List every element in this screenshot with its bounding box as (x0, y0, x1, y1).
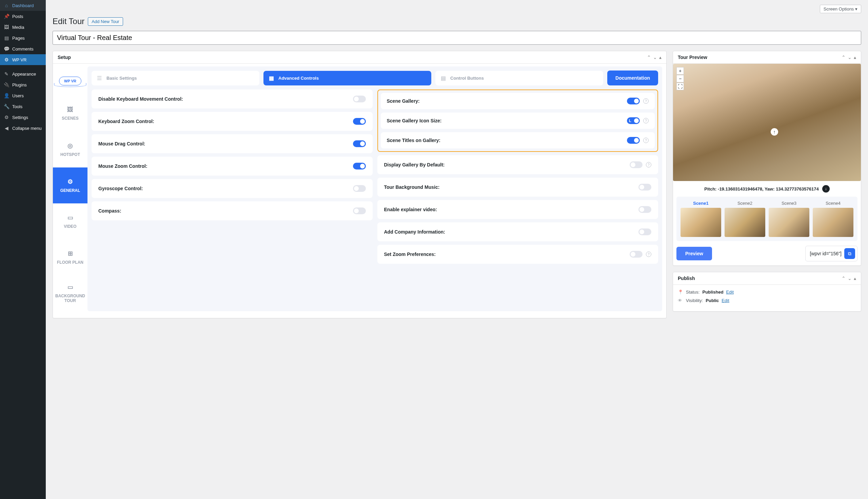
control-scene-titles-on-gallery: Scene Titles on Gallery:? (381, 132, 655, 148)
scene-thumb-3[interactable]: Scene3 (769, 201, 809, 237)
admin-menu-comments[interactable]: 💬Comments (0, 44, 46, 54)
move-down-icon[interactable]: ⌄ (848, 276, 852, 281)
control-mouse-zoom-control: Mouse Zoom Control: (91, 157, 372, 175)
toggle-switch[interactable] (627, 98, 640, 105)
menu-icon: 💬 (3, 46, 10, 51)
menu-icon: ✎ (3, 71, 10, 77)
info-icon[interactable]: ? (643, 118, 649, 123)
visibility-value: Public (706, 298, 719, 303)
highlighted-controls-group: Scene Gallery:?Scene Gallery Icon Size:L… (377, 89, 659, 152)
admin-menu-appearance[interactable]: ✎Appearance (0, 69, 46, 79)
zoom-in-button[interactable]: + (676, 67, 684, 75)
scene-thumb-2[interactable]: Scene2 (724, 201, 765, 237)
toggle-switch[interactable] (353, 163, 366, 170)
admin-menu-collapse-menu[interactable]: ◀Collapse menu (0, 123, 46, 134)
setup-tab-scenes[interactable]: 🖼SCENES (53, 96, 87, 132)
toggle-switch[interactable] (627, 137, 640, 144)
toggle-switch[interactable] (629, 161, 643, 168)
move-up-icon[interactable]: ⌃ (842, 276, 846, 281)
collapse-icon[interactable]: ▴ (659, 54, 661, 60)
control-gyroscope-control: Gyroscope Control: (91, 179, 372, 198)
shortcode-text: [wpvr id="156"] (810, 251, 842, 256)
info-icon[interactable]: ? (646, 162, 651, 168)
tab-basic-settings[interactable]: ☰ Basic Settings (91, 71, 259, 85)
edit-visibility-link[interactable]: Edit (722, 298, 729, 303)
tour-preview-heading: Tour Preview (678, 54, 707, 60)
tab-icon: 🖼 (67, 106, 73, 113)
preview-button[interactable]: Preview (676, 247, 712, 260)
status-value: Published (702, 290, 723, 295)
control-scene-gallery-icon-size: Scene Gallery Icon Size:L? (381, 112, 655, 129)
menu-icon: 📌 (3, 14, 10, 19)
toggle-switch[interactable]: L (627, 117, 640, 124)
admin-menu-pages[interactable]: ▤Pages (0, 33, 46, 44)
setup-tab-hotspot[interactable]: ◎HOTSPOT (53, 132, 87, 168)
scene-image (769, 208, 809, 237)
menu-icon: ▤ (3, 35, 10, 41)
screen-options-button[interactable]: Screen Options ▾ (820, 5, 861, 13)
move-down-icon[interactable]: ⌄ (848, 54, 852, 60)
setup-tab-floor-plan[interactable]: ⊞FLOOR PLAN (53, 239, 87, 275)
edit-status-link[interactable]: Edit (726, 290, 734, 295)
control-display-gallery-by-default: Display Gallery By Default:? (377, 155, 659, 174)
control-disable-keyboard-movement-control: Disable Keyboard Movement Control: (91, 89, 372, 109)
admin-menu-dashboard[interactable]: ⌂Dashboard (0, 0, 46, 11)
toggle-switch[interactable] (629, 251, 643, 258)
admin-menu-wp-vr[interactable]: ⚙WP VR (0, 54, 46, 65)
add-new-tour-button[interactable]: Add New Tour (88, 17, 123, 26)
panorama-preview[interactable]: + − ⛶ ↑ (673, 64, 861, 181)
admin-menu-users[interactable]: 👤Users (0, 90, 46, 101)
menu-icon: 🖼 (3, 24, 10, 30)
admin-menu-plugins[interactable]: 🔌Plugins (0, 79, 46, 90)
admin-menu-settings[interactable]: ⚙Settings (0, 112, 46, 123)
move-down-icon[interactable]: ⌄ (653, 54, 657, 60)
info-icon[interactable]: ? (643, 98, 649, 104)
scene-thumb-4[interactable]: Scene4 (813, 201, 853, 237)
toggle-switch[interactable] (638, 206, 651, 213)
tab-icon: ▭ (68, 214, 73, 221)
basic-icon: ☰ (97, 75, 103, 81)
download-icon[interactable]: ↓ (822, 185, 830, 193)
tab-control-buttons[interactable]: ▤ Control Buttons (435, 71, 603, 85)
collapse-icon[interactable]: ▴ (854, 276, 856, 281)
tab-advanced-controls[interactable]: ▦ Advanced Controls (264, 71, 431, 85)
toggle-switch[interactable] (353, 207, 366, 214)
tour-title-input[interactable] (52, 31, 861, 45)
move-up-icon[interactable]: ⌃ (842, 54, 846, 60)
menu-icon: 👤 (3, 93, 10, 98)
toggle-switch[interactable] (353, 118, 366, 125)
scene-thumb-1[interactable]: Scene1 (681, 201, 721, 237)
wpvr-logo: WP VR (59, 77, 81, 85)
toggle-switch[interactable] (638, 229, 651, 235)
advanced-icon: ▦ (269, 75, 275, 81)
toggle-switch[interactable] (353, 141, 366, 147)
setup-tab-general[interactable]: ⚙GENERAL (53, 168, 87, 203)
documentation-button[interactable]: Documentation (607, 71, 658, 85)
menu-icon: 🔌 (3, 82, 10, 87)
admin-menu-posts[interactable]: 📌Posts (0, 11, 46, 22)
toggle-switch[interactable] (638, 184, 651, 191)
control-enable-explainer-video: Enable explainer video: (377, 200, 659, 219)
admin-sidebar: ⌂Dashboard📌Posts🖼Media▤Pages💬Comments⚙WP… (0, 0, 46, 499)
move-up-icon[interactable]: ⌃ (647, 54, 651, 60)
fullscreen-button[interactable]: ⛶ (676, 83, 684, 90)
tab-icon: ◎ (68, 142, 73, 149)
tour-preview-metabox: Tour Preview ⌃ ⌄ ▴ + − ⛶ ↑ (673, 51, 861, 266)
setup-metabox: Setup ⌃ ⌄ ▴ WP VR 🖼SCENES◎HOTSPOT⚙GENERA… (52, 51, 667, 318)
scene-image (813, 208, 853, 237)
copy-shortcode-button[interactable]: ⧉ (844, 248, 855, 259)
admin-menu-tools[interactable]: 🔧Tools (0, 101, 46, 112)
zoom-out-button[interactable]: − (676, 75, 684, 82)
collapse-icon[interactable]: ▴ (854, 54, 856, 60)
control-keyboard-zoom-control: Keyboard Zoom Control: (91, 112, 372, 131)
info-icon[interactable]: ? (646, 252, 651, 257)
setup-tab-video[interactable]: ▭VIDEO (53, 203, 87, 239)
setup-tab-background-tour[interactable]: ▭BACKGROUND TOUR (53, 275, 87, 311)
admin-menu-media[interactable]: 🖼Media (0, 22, 46, 33)
menu-icon: ⚙ (3, 114, 10, 120)
toggle-switch[interactable] (353, 96, 366, 102)
control-scene-gallery: Scene Gallery:? (381, 93, 655, 109)
toggle-switch[interactable] (353, 185, 366, 192)
control-tour-background-music: Tour Background Music: (377, 178, 659, 197)
info-icon[interactable]: ? (643, 138, 649, 143)
